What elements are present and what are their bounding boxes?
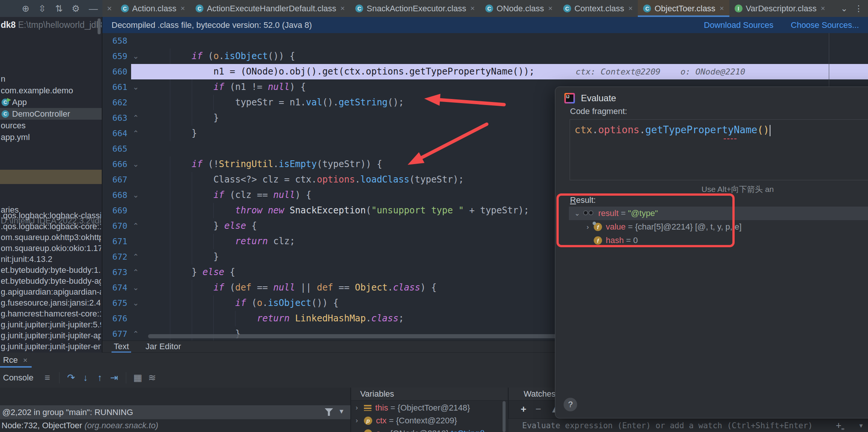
editor-tab[interactable]: CAction.class× [116, 0, 190, 17]
tree-item-com-example-demo[interactable]: com.example.demo [0, 85, 102, 96]
library-item[interactable]: g.junit.jupiter:junit-jupiter:5.9.1 [1, 319, 101, 330]
library-item[interactable]: et.bytebuddy:byte-buddy:1.12.1 [1, 265, 101, 275]
chevron-right-icon[interactable]: › [351, 417, 362, 424]
tab-jar-editor[interactable]: Jar Editor [145, 341, 181, 353]
close-icon[interactable]: × [821, 4, 825, 13]
hide-icon[interactable]: — [89, 4, 98, 13]
editor-tab[interactable]: CActionExecuteHandlerDefault.class× [190, 0, 350, 17]
close-icon[interactable]: × [23, 356, 28, 364]
tostring-link[interactable]: toString() [451, 429, 485, 432]
tree-item-app-yml[interactable]: app.yml [0, 131, 102, 143]
library-item[interactable]: g.fusesource.jansi:jansi:2.4.0 [1, 297, 101, 308]
thread-row[interactable]: @2,202 in group "main": RUNNING ▼ [0, 405, 350, 419]
chevron-right-icon[interactable]: › [582, 223, 593, 231]
code-line[interactable]: 660n1 = (ONode)o.obj().get(ctx.options.g… [102, 64, 868, 79]
variable-row[interactable]: ›po = {ONode@2210} toString() [351, 427, 502, 432]
view-options-icon[interactable]: ≋ [145, 372, 159, 383]
stack-frame-row[interactable]: Node:732, ObjectToer (org.noear.snack.to… [0, 419, 350, 432]
chevron-right-icon[interactable]: › [351, 429, 362, 432]
chevron-right-icon[interactable]: › [351, 404, 362, 412]
remove-watch-icon[interactable]: − [535, 403, 541, 415]
library-item[interactable]: g.junit.jupiter:junit-jupiter-engi [1, 341, 101, 352]
collapse-all-icon[interactable]: ⇅ [55, 4, 63, 13]
chevron-down-icon[interactable]: ▼ [338, 408, 345, 415]
library-item[interactable]: g.hamcrest:hamcrest-core:1.3 [1, 308, 101, 319]
watch-expression-input[interactable]: Evaluate expression (Enter) or add a wat… [508, 418, 868, 432]
tree-item-app[interactable]: C▶App [0, 96, 102, 108]
expand-all-icon[interactable]: ⇳ [38, 4, 46, 13]
variable-row[interactable]: ›pctx = {Context@2209} [351, 414, 502, 427]
decompile-banner: Decompiled .class file, bytecode version… [102, 17, 868, 33]
evaluate-expression-icon[interactable]: ▦ [131, 372, 145, 383]
tree-item-n[interactable]: n [0, 73, 102, 85]
tree-item-democontroller[interactable]: CDemoController [0, 108, 102, 120]
expression-token: . [592, 124, 598, 135]
debug-tab-rce[interactable]: Rce× [3, 353, 28, 368]
close-icon[interactable]: × [720, 4, 724, 13]
tab-label: ObjectToer.class [654, 4, 715, 14]
expression-token: () [757, 124, 769, 135]
close-icon[interactable]: × [548, 4, 553, 13]
sidebar-scrollbar[interactable] [98, 18, 101, 34]
code-token: val [306, 97, 322, 108]
editor-tab[interactable]: CSnackActionExecutor.class× [350, 0, 480, 17]
code-line[interactable]: 658 [102, 33, 868, 49]
code-token: o [213, 51, 219, 61]
library-item[interactable]: om.squareup.okhttp3:okhttp:3.1 [1, 232, 101, 243]
console-menu-icon[interactable]: ≡ [40, 372, 55, 383]
tab-label: ONode.class [497, 4, 544, 14]
editor-tab[interactable]: CContext.class× [558, 0, 638, 17]
editor-tab[interactable]: CObjectToer.class× [638, 0, 729, 17]
variables-scrollbar[interactable] [503, 401, 506, 432]
step-out-icon[interactable]: ↑ [93, 372, 107, 383]
download-sources-link[interactable]: Download Sources [704, 20, 773, 30]
step-into-icon[interactable]: ↓ [78, 372, 93, 383]
editor-tab[interactable]: IVarDescriptor.class× [729, 0, 831, 17]
library-item[interactable]: g.apiguardian:apiguardian-api: [1, 286, 101, 297]
settings-icon[interactable]: ⚙ [72, 4, 80, 13]
help-button[interactable]: ? [564, 398, 577, 411]
code-token: if [192, 51, 203, 61]
tree-selected-row[interactable] [0, 170, 102, 184]
library-item[interactable]: .qos.logback:logback-core:1.3.1 [1, 221, 101, 232]
library-item[interactable]: om.squareup.okio:okio:1.17.2 [1, 243, 101, 254]
editor-tab[interactable]: CONode.class× [480, 0, 558, 17]
expression-input[interactable]: ctx.options.getTypePropertyName() [570, 119, 868, 180]
project-root[interactable]: dk8 E:\tmp\helloworld_jdk8 [1, 20, 102, 30]
chevron-down-icon[interactable]: ⌄ [841, 4, 848, 14]
dialog-title-bar[interactable]: Evaluate [564, 93, 616, 103]
add-to-watches-icon[interactable]: +∞ [836, 420, 844, 432]
close-icon[interactable]: × [470, 4, 475, 13]
filter-icon[interactable] [325, 408, 333, 416]
close-icon[interactable]: × [102, 4, 116, 14]
tree-item-ources[interactable]: ources [0, 120, 102, 131]
code-text: typeStr = n1.val().getString(); [102, 95, 404, 110]
kebab-menu-icon[interactable]: ⋮ [854, 4, 863, 14]
close-icon[interactable]: × [628, 4, 633, 13]
run-to-cursor-icon[interactable]: ⇥ [107, 372, 121, 383]
library-item[interactable]: g.junit.jupiter:junit-jupiter-api:5 [1, 330, 101, 341]
locate-icon[interactable]: ⊕ [22, 4, 29, 13]
editor-tab[interactable]: CDemoController.java× [830, 0, 835, 17]
choose-sources-link[interactable]: Choose Sources... [791, 20, 859, 30]
library-item[interactable]: .qos.logback:logback-classic:1.3 [1, 210, 101, 221]
chevron-down-icon[interactable]: ⌄ [572, 209, 582, 218]
step-over-icon[interactable]: ↷ [64, 372, 78, 383]
tab-text-view[interactable]: Text [114, 341, 129, 353]
add-watch-icon[interactable]: + [521, 403, 526, 415]
tab-overflow-actions: ⌄ ⋮ [836, 0, 868, 17]
library-item[interactable]: et.bytebuddy:byte-buddy-agen [1, 275, 101, 286]
console-tab[interactable]: Console [0, 373, 40, 383]
close-icon[interactable]: × [180, 4, 185, 13]
code-token: else [224, 221, 246, 231]
result-tree-row[interactable]: ›fvalue = {char[5]@2214} [@, t, y, p, e] [569, 220, 868, 234]
close-icon[interactable]: × [341, 4, 345, 13]
editor-hscrollbar[interactable] [148, 334, 579, 338]
code-line[interactable]: 659⌄if (o.isObject()) { [102, 49, 868, 64]
expand-icon[interactable]: ▼ [859, 422, 863, 429]
variable-row[interactable]: ›this = {ObjectToer@2148} [351, 401, 502, 414]
result-tree-row[interactable]: fhash = 0 [569, 234, 868, 247]
result-tree-row[interactable]: ⌄result = "@type" [569, 207, 868, 220]
tree-item-label: App [12, 97, 27, 107]
library-item[interactable]: nit:junit:4.13.2 [1, 254, 101, 265]
